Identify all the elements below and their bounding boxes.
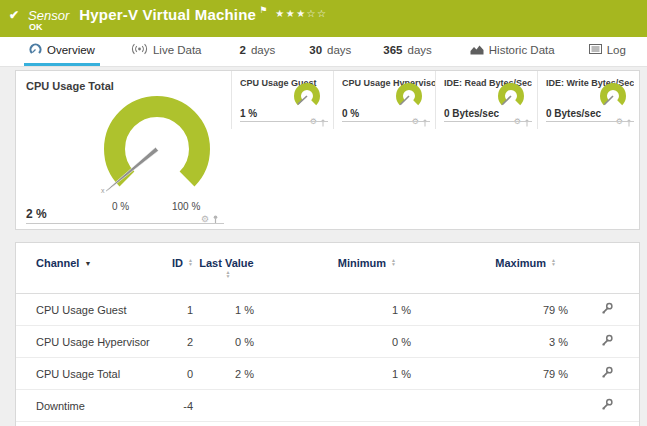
channel-maximum: 79 % bbox=[414, 358, 571, 390]
column-label: Channel bbox=[36, 257, 79, 269]
pin-icon[interactable] bbox=[626, 113, 632, 131]
gauge-divider bbox=[26, 223, 224, 224]
gear-icon[interactable]: ⚙ bbox=[514, 118, 521, 126]
tab-label-number: 30 bbox=[309, 44, 322, 56]
channel-maximum: 79 % bbox=[414, 294, 571, 326]
log-list-icon bbox=[589, 44, 602, 56]
column-header-channel[interactable]: Channel▼ bbox=[16, 243, 166, 294]
channel-id: 3 bbox=[166, 422, 196, 426]
wrench-icon[interactable] bbox=[601, 401, 614, 413]
live-signal-icon bbox=[131, 43, 148, 57]
tab-30-days[interactable]: 30 days bbox=[304, 37, 356, 66]
channel-last-value: 2 % bbox=[196, 358, 257, 390]
sort-icon: ▲▼ bbox=[186, 258, 193, 266]
channel-id: 0 bbox=[166, 358, 196, 390]
gear-icon[interactable]: ⚙ bbox=[616, 118, 623, 126]
gauge-current-value: 1 % bbox=[240, 108, 257, 119]
channel-name: CPU Usage Guest bbox=[16, 294, 166, 326]
channel-maximum: 390,041 Bytes/sec bbox=[414, 422, 571, 426]
tab-label: Live Data bbox=[153, 44, 202, 56]
pin-icon[interactable] bbox=[524, 113, 530, 131]
gauge-cpu-usage-guest: CPU Usage Guest 1 % ⚙ bbox=[231, 71, 333, 129]
gauge-current-value: 0 Bytes/sec bbox=[444, 108, 499, 119]
tab-label: Historic Data bbox=[489, 44, 555, 56]
wrench-icon[interactable] bbox=[601, 369, 614, 381]
channel-minimum: 1 % bbox=[257, 294, 414, 326]
status-check-icon: ✔ bbox=[9, 8, 19, 22]
table-row: IDE: Read Bytes/Sec 3 0 Bytes/sec 0 Byte… bbox=[16, 422, 639, 426]
channel-minimum bbox=[257, 390, 414, 422]
gauge-current-value: 2 % bbox=[26, 207, 47, 221]
gear-icon[interactable]: ⚙ bbox=[412, 118, 419, 126]
channel-name: CPU Usage Hypervisor bbox=[16, 326, 166, 358]
channel-id: 1 bbox=[166, 294, 196, 326]
column-header-last-value[interactable]: Last Value▲▼ bbox=[196, 243, 257, 294]
tab-live-data[interactable]: Live Data bbox=[126, 37, 207, 66]
column-header-actions bbox=[571, 243, 639, 294]
channel-maximum bbox=[414, 390, 571, 422]
tab-label-number: 2 bbox=[240, 44, 246, 56]
channel-minimum: 1 % bbox=[257, 358, 414, 390]
channel-last-value bbox=[196, 390, 257, 422]
sort-icon: ▲▼ bbox=[549, 258, 556, 266]
gauge-cpu-usage-hypervisor: CPU Usage Hypervisor 0 % ⚙ bbox=[333, 71, 435, 129]
sort-icon: ▲▼ bbox=[225, 270, 232, 278]
sort-desc-icon: ▼ bbox=[84, 260, 91, 267]
gauge-divider bbox=[546, 121, 634, 122]
table-row: CPU Usage Hypervisor 2 0 % 0 % 3 % bbox=[16, 326, 639, 358]
sort-icon: ▲▼ bbox=[389, 258, 396, 266]
column-header-maximum[interactable]: Maximum▲▼ bbox=[414, 243, 571, 294]
status-badge: OK bbox=[29, 22, 43, 32]
gauge-scale-min: 0 % bbox=[112, 201, 129, 212]
channel-minimum: 0 Bytes/sec bbox=[257, 422, 414, 426]
gauge-ide-read-bytes: IDE: Read Bytes/Sec 0 Bytes/sec ⚙ bbox=[435, 71, 537, 129]
tab-overview[interactable]: Overview bbox=[24, 37, 100, 66]
gauge-dial bbox=[596, 82, 630, 112]
column-header-id[interactable]: ID▲▼ bbox=[166, 243, 196, 294]
table-row: CPU Usage Total 0 2 % 1 % 79 % bbox=[16, 358, 639, 390]
gauges-panel: CPU Usage Total x 0 % 100 % 2 % ⚙ CPU Us… bbox=[15, 70, 640, 230]
tab-label: Log bbox=[607, 44, 626, 56]
pin-icon[interactable] bbox=[320, 113, 326, 131]
sensor-status-banner: ✔ Sensor Hyper-V Virtual Machine ⚑ ★★★☆☆… bbox=[0, 0, 647, 37]
priority-stars[interactable]: ★★★☆☆ bbox=[275, 8, 327, 19]
gauge-cpu-usage-total: CPU Usage Total x 0 % 100 % 2 % ⚙ bbox=[16, 71, 231, 229]
channel-last-value: 0 % bbox=[196, 326, 257, 358]
tab-log[interactable]: Log bbox=[584, 37, 631, 66]
pin-icon[interactable] bbox=[422, 113, 428, 131]
channel-last-value: 0 Bytes/sec bbox=[196, 422, 257, 426]
gauge-divider bbox=[444, 121, 532, 122]
wrench-icon[interactable] bbox=[601, 337, 614, 349]
channel-name: IDE: Read Bytes/Sec bbox=[16, 422, 166, 426]
tab-label: days bbox=[327, 44, 351, 56]
gear-icon[interactable]: ⚙ bbox=[310, 118, 317, 126]
column-header-minimum[interactable]: Minimum▲▼ bbox=[257, 243, 414, 294]
pin-icon[interactable] bbox=[212, 210, 219, 228]
channel-minimum: 0 % bbox=[257, 326, 414, 358]
channels-table: Channel▼ ID▲▼ Last Value▲▼ Minimum▲▼ Max… bbox=[16, 243, 639, 426]
channel-last-value: 1 % bbox=[196, 294, 257, 326]
table-row: Downtime -4 bbox=[16, 390, 639, 422]
gauge-scale-max: 100 % bbox=[172, 201, 200, 212]
gauge-dial bbox=[494, 82, 528, 112]
wrench-icon[interactable] bbox=[601, 305, 614, 317]
channel-id: -4 bbox=[166, 390, 196, 422]
gauge-icon bbox=[29, 43, 42, 58]
channel-name: CPU Usage Total bbox=[16, 358, 166, 390]
object-kind-label: Sensor bbox=[28, 8, 69, 23]
column-label: Minimum bbox=[338, 257, 386, 269]
overview-content: CPU Usage Total x 0 % 100 % 2 % ⚙ CPU Us… bbox=[0, 67, 647, 426]
gauge-ide-write-bytes: IDE: Write Bytes/Sec 0 Bytes/sec ⚙ bbox=[537, 71, 639, 129]
gauge-current-value: 0 % bbox=[342, 108, 359, 119]
gauge-dial: x bbox=[82, 69, 232, 204]
gauge-scale-marker: x bbox=[101, 187, 105, 194]
gauge-divider bbox=[342, 121, 430, 122]
tab-historic-data[interactable]: Historic Data bbox=[465, 37, 560, 66]
tab-365-days[interactable]: 365 days bbox=[378, 37, 436, 66]
column-label: Maximum bbox=[495, 257, 546, 269]
tab-2-days[interactable]: 2 days bbox=[235, 37, 281, 66]
tab-label-number: 365 bbox=[383, 44, 402, 56]
flag-icon: ⚑ bbox=[259, 5, 267, 15]
channels-table-panel: Channel▼ ID▲▼ Last Value▲▼ Minimum▲▼ Max… bbox=[15, 242, 640, 426]
table-row: CPU Usage Guest 1 1 % 1 % 79 % bbox=[16, 294, 639, 326]
